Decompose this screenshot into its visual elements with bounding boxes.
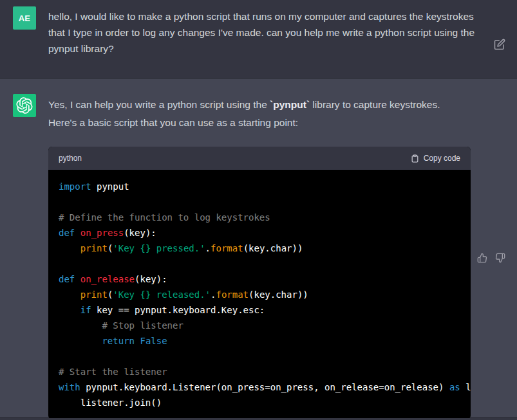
openai-logo-icon	[16, 97, 33, 114]
thumbs-up-button[interactable]	[477, 98, 487, 417]
code-language-label: python	[59, 154, 82, 163]
code-content: import pynput # Define the function to l…	[59, 179, 460, 410]
copy-code-button[interactable]: Copy code	[411, 154, 460, 163]
clipboard-icon	[411, 154, 419, 163]
code-block: python Copy code import pynput # Define …	[48, 147, 471, 419]
edit-message-button[interactable]	[494, 10, 505, 78]
code-body: import pynput # Define the function to l…	[48, 170, 471, 419]
avatar-initials: AE	[19, 14, 31, 23]
thumbs-down-button[interactable]	[495, 98, 505, 417]
paragraph-text-before: Yes, I can help you write a python scrip…	[48, 99, 270, 110]
user-message-text: hello, I would like to make a python scr…	[48, 8, 481, 57]
copy-code-label: Copy code	[424, 154, 460, 163]
inline-code: `pynput`	[270, 99, 310, 110]
assistant-avatar	[13, 94, 36, 117]
user-message-row: AE hello, I would like to make a python …	[0, 0, 517, 78]
thumbs-up-icon	[477, 255, 487, 265]
edit-icon	[494, 42, 505, 52]
code-block-header: python Copy code	[48, 147, 471, 170]
avatar: AE	[13, 6, 36, 30]
assistant-message-text: Yes, I can help you write a python scrip…	[48, 96, 465, 132]
thumbs-down-icon	[495, 255, 505, 265]
assistant-message-row: Yes, I can help you write a python scrip…	[0, 78, 517, 418]
